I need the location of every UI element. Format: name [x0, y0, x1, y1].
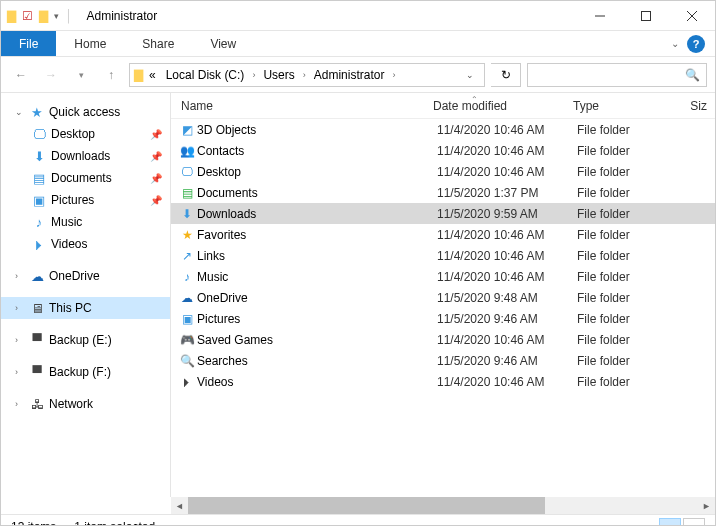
search-input[interactable]: 🔍 [527, 63, 707, 87]
chevron-right-icon[interactable]: › [15, 271, 25, 281]
sidebar-item-pictures[interactable]: ▣Pictures📌 [1, 189, 170, 211]
quick-access-toolbar: ▇ ☑ ▇ ▾ │ [1, 9, 79, 23]
item-icon: ⏵ [177, 375, 197, 389]
scroll-left-button[interactable]: ◄ [171, 497, 188, 514]
up-button[interactable]: ↑ [99, 63, 123, 87]
nav-backup-e[interactable]: › ▀ Backup (E:) [1, 329, 170, 351]
file-tab[interactable]: File [1, 31, 56, 56]
tab-share[interactable]: Share [124, 31, 192, 56]
table-row[interactable]: ⏵Videos11/4/2020 10:46 AMFile folder [171, 371, 715, 392]
column-date[interactable]: Date modified [433, 99, 573, 113]
forward-button[interactable]: → [39, 63, 63, 87]
table-row[interactable]: 👥Contacts11/4/2020 10:46 AMFile folder [171, 140, 715, 161]
title-bar: ▇ ☑ ▇ ▾ │ Administrator [1, 1, 715, 31]
table-row[interactable]: ☁OneDrive11/5/2020 9:48 AMFile folder [171, 287, 715, 308]
sidebar-item-desktop[interactable]: 🖵Desktop📌 [1, 123, 170, 145]
breadcrumb-item[interactable]: Local Disk (C:) [162, 68, 249, 82]
breadcrumb-item[interactable]: Administrator [310, 68, 389, 82]
table-row[interactable]: ★Favorites11/4/2020 10:46 AMFile folder [171, 224, 715, 245]
item-type: File folder [577, 270, 677, 284]
details-view-button[interactable] [659, 518, 681, 527]
scroll-right-button[interactable]: ► [698, 497, 715, 514]
item-name: Music [197, 270, 437, 284]
column-name[interactable]: Name [177, 99, 433, 113]
chevron-right-icon[interactable]: › [15, 367, 25, 377]
sidebar-item-videos[interactable]: ⏵Videos [1, 233, 170, 255]
help-icon[interactable]: ? [687, 35, 705, 53]
item-date: 11/4/2020 10:46 AM [437, 333, 577, 347]
nav-label: Backup (F:) [49, 365, 111, 379]
table-row[interactable]: ⬇Downloads11/5/2020 9:59 AMFile folder [171, 203, 715, 224]
chevron-down-icon[interactable]: ⌄ [15, 107, 25, 117]
folder-icon: ⏵ [31, 236, 47, 252]
nav-quick-access[interactable]: ⌄ ★ Quick access [1, 101, 170, 123]
pin-icon: 📌 [150, 129, 162, 140]
nav-label: Network [49, 397, 93, 411]
table-row[interactable]: ◩3D Objects11/4/2020 10:46 AMFile folder [171, 119, 715, 140]
item-type: File folder [577, 144, 677, 158]
nav-network[interactable]: › 🖧 Network [1, 393, 170, 415]
item-date: 11/4/2020 10:46 AM [437, 144, 577, 158]
minimize-button[interactable] [577, 1, 623, 31]
tab-home[interactable]: Home [56, 31, 124, 56]
item-name: OneDrive [197, 291, 437, 305]
table-row[interactable]: ▣Pictures11/5/2020 9:46 AMFile folder [171, 308, 715, 329]
chevron-right-icon[interactable]: › [15, 399, 25, 409]
breadcrumb-item[interactable]: Users [259, 68, 298, 82]
window-controls [577, 1, 715, 31]
sidebar-item-label: Documents [51, 171, 112, 185]
properties-icon[interactable]: ☑ [22, 9, 33, 23]
maximize-button[interactable] [623, 1, 669, 31]
sidebar-item-music[interactable]: ♪Music [1, 211, 170, 233]
qat-dropdown-icon[interactable]: ▾ [54, 11, 59, 21]
scroll-thumb[interactable] [188, 497, 545, 514]
cloud-icon: ☁ [29, 268, 45, 284]
chevron-right-icon[interactable]: › [15, 303, 25, 313]
column-type[interactable]: Type [573, 99, 673, 113]
pin-icon: 📌 [150, 195, 162, 206]
nav-onedrive[interactable]: › ☁ OneDrive [1, 265, 170, 287]
main-area: ⌄ ★ Quick access 🖵Desktop📌⬇Downloads📌▤Do… [1, 93, 715, 497]
chevron-right-icon[interactable]: › [250, 70, 257, 80]
sidebar-item-label: Videos [51, 237, 87, 251]
item-icon: 👥 [177, 144, 197, 158]
item-type: File folder [577, 291, 677, 305]
table-row[interactable]: ♪Music11/4/2020 10:46 AMFile folder [171, 266, 715, 287]
address-dropdown-icon[interactable]: ⌄ [460, 70, 480, 80]
horizontal-scrollbar[interactable]: ◄ ► [171, 497, 715, 514]
table-row[interactable]: ▤Documents11/5/2020 1:37 PMFile folder [171, 182, 715, 203]
item-icon: ▤ [177, 186, 197, 200]
sidebar-item-documents[interactable]: ▤Documents📌 [1, 167, 170, 189]
item-name: Videos [197, 375, 437, 389]
scroll-track[interactable] [188, 497, 698, 514]
chevron-right-icon[interactable]: › [390, 70, 397, 80]
sidebar-item-downloads[interactable]: ⬇Downloads📌 [1, 145, 170, 167]
item-type: File folder [577, 207, 677, 221]
table-row[interactable]: ↗Links11/4/2020 10:46 AMFile folder [171, 245, 715, 266]
table-row[interactable]: 🖵Desktop11/4/2020 10:46 AMFile folder [171, 161, 715, 182]
column-headers: ⌃ Name Date modified Type Siz [171, 93, 715, 119]
selection-count: 1 item selected [74, 520, 155, 527]
breadcrumb-prefix: « [145, 68, 160, 82]
chevron-right-icon[interactable]: › [301, 70, 308, 80]
item-type: File folder [577, 165, 677, 179]
address-bar[interactable]: ▇ « Local Disk (C:) › Users › Administra… [129, 63, 485, 87]
table-row[interactable]: 🔍Searches11/5/2020 9:46 AMFile folder [171, 350, 715, 371]
item-icon: ♪ [177, 270, 197, 284]
folder-icon-small: ▇ [39, 9, 48, 23]
item-name: Saved Games [197, 333, 437, 347]
nav-backup-f[interactable]: › ▀ Backup (F:) [1, 361, 170, 383]
back-button[interactable]: ← [9, 63, 33, 87]
expand-ribbon-icon[interactable]: ⌄ [671, 38, 679, 49]
recent-dropdown[interactable]: ▾ [69, 63, 93, 87]
nav-this-pc[interactable]: › 🖥 This PC [1, 297, 170, 319]
folder-icon: 🖵 [31, 126, 47, 142]
refresh-button[interactable]: ↻ [491, 63, 521, 87]
chevron-right-icon[interactable]: › [15, 335, 25, 345]
large-icons-view-button[interactable] [683, 518, 705, 527]
close-button[interactable] [669, 1, 715, 31]
drive-icon: ▀ [29, 332, 45, 348]
table-row[interactable]: 🎮Saved Games11/4/2020 10:46 AMFile folde… [171, 329, 715, 350]
column-size[interactable]: Siz [673, 99, 715, 113]
tab-view[interactable]: View [192, 31, 254, 56]
